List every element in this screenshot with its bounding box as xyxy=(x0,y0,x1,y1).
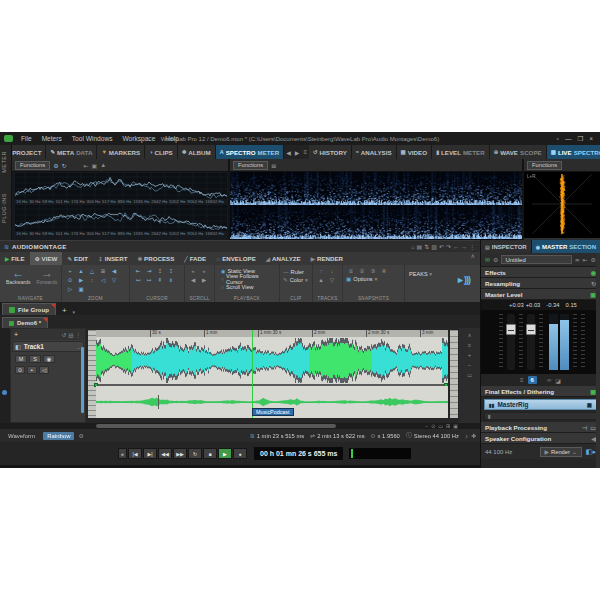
ribbon-tab-insert[interactable]: ↧INSERT xyxy=(93,252,132,265)
swap-icon[interactable]: ⇅ xyxy=(423,243,430,250)
file-group-tab[interactable]: File Group xyxy=(2,303,56,315)
maximize-icon[interactable]: ❐ xyxy=(574,135,586,143)
tab-spectrometer[interactable]: ASPECTROMETER xyxy=(216,145,285,159)
backwards-button[interactable]: ←Backwards xyxy=(6,268,30,285)
nav-forward-icon[interactable]: → xyxy=(460,244,468,250)
cursor-tool-icon[interactable]: ⇥ xyxy=(144,267,154,275)
meter-route-icon[interactable]: ≍ xyxy=(575,256,580,263)
track-menu-icon[interactable]: ⋮ xyxy=(75,332,83,338)
ruler-button[interactable]: —Ruler xyxy=(283,268,310,276)
cursor-tool-icon[interactable]: ⇤ xyxy=(133,267,143,275)
tab-levelmeter[interactable]: ▮LEVELMETER xyxy=(432,145,490,159)
collapse-ribbon-icon[interactable]: ∧ xyxy=(466,252,480,265)
cursor-tool-icon[interactable]: ↤ xyxy=(133,276,143,284)
audio-format-value[interactable]: Stereo 44 100 Hz xyxy=(414,433,459,439)
cursor-tool-icon[interactable]: ⇟ xyxy=(166,276,176,284)
tab-menu-icon[interactable]: ≡ xyxy=(301,145,309,159)
time-display[interactable]: 00 h 01 mn 26 s 655 ms xyxy=(254,447,343,460)
speaker-configuration-section-header[interactable]: Speaker Configuration◀ xyxy=(481,433,600,444)
minimize-icon[interactable]: — xyxy=(562,135,575,142)
snapshot-icon[interactable]: ③ xyxy=(368,267,378,275)
channel-list-icon[interactable]: ≡ xyxy=(520,377,524,383)
master-level-section-header[interactable]: Master Level▣ xyxy=(481,289,600,300)
play-button[interactable]: ▶ xyxy=(218,448,232,459)
layout-icon[interactable]: ▤ xyxy=(416,243,424,250)
add-tab-button[interactable]: + xyxy=(58,306,71,315)
mute-button[interactable]: M xyxy=(15,355,27,363)
waveform-lane-main[interactable] xyxy=(96,337,448,384)
track-tool-icon[interactable]: ↓ xyxy=(327,267,337,275)
fader-track-right[interactable] xyxy=(527,314,535,370)
zoom-tool-icon[interactable]: ▶ xyxy=(76,276,86,284)
tab-scroll-left-icon[interactable]: ◀ xyxy=(284,145,293,159)
final-effects-section-header[interactable]: Final Effects / Dithering▦ xyxy=(481,386,600,397)
menu-meters[interactable]: Meters xyxy=(40,135,64,142)
monitor-speaker-icon[interactable]: ►))) xyxy=(456,275,470,285)
track-undo-icon[interactable]: ↺ xyxy=(61,332,68,338)
track-record-button[interactable]: ⊙ xyxy=(15,366,25,374)
snapshot-icon[interactable]: ① xyxy=(346,267,356,275)
zoom-tool-icon[interactable]: ◁ xyxy=(98,276,108,284)
link-icon[interactable]: ∞ xyxy=(547,377,551,383)
timeline-ruler[interactable]: 30 s 1 min 1 min 30 s 2 min 2 min 30 s 3… xyxy=(96,330,448,337)
fader-handle-right[interactable] xyxy=(526,324,536,335)
ribbon-tab-edit[interactable]: ✎EDIT xyxy=(62,252,93,265)
zoom-tool-icon[interactable]: △ xyxy=(87,267,97,275)
rail-meter-label[interactable]: METER xyxy=(1,151,7,173)
selection-length-value[interactable]: 2 min 13 s 622 ms xyxy=(317,433,364,439)
monitor-eye-button[interactable]: ◉ xyxy=(43,355,55,363)
masterrig-plugin-slot[interactable]: ▮▮MasterRig▣ xyxy=(484,399,597,410)
zoom-tool-icon[interactable]: ▲ xyxy=(76,267,86,275)
playback-proc-icon1[interactable]: ⊣ xyxy=(582,424,587,431)
menu-tool-windows[interactable]: Tool Windows xyxy=(70,135,115,142)
peaks-dropdown[interactable]: PEAKS ▾ xyxy=(405,265,437,277)
plus-icon[interactable]: ✚ xyxy=(471,432,476,439)
zoom-out-icon[interactable]: − xyxy=(468,362,472,368)
options-dropdown[interactable]: ▣Options▾ xyxy=(343,275,404,283)
zoom-tool-icon[interactable]: ▷ xyxy=(65,285,75,293)
ribbon-tab-render[interactable]: ▶RENDER xyxy=(306,252,348,265)
more-icon[interactable]: ⋮ xyxy=(468,243,476,250)
track-speaker-button[interactable]: ◁ xyxy=(39,366,49,374)
scrollbar-thumb[interactable] xyxy=(96,424,336,428)
preset-saved-icon[interactable]: ✉ xyxy=(485,256,490,263)
montage-tab-demo6[interactable]: Demo6 * xyxy=(2,317,48,328)
tab-video[interactable]: ▦VIDEO xyxy=(397,145,432,159)
tab-metadata[interactable]: ✎METADATA xyxy=(46,145,97,159)
stop-button[interactable]: ■ xyxy=(203,448,217,459)
scroll-tool-icon[interactable]: » xyxy=(199,267,209,275)
forward-button[interactable]: ▶▶ xyxy=(173,448,187,459)
folder-icon[interactable]: ▣ xyxy=(92,162,98,169)
rewind-button[interactable]: ◀◀ xyxy=(158,448,172,459)
snap-left-icon[interactable]: ⇤ xyxy=(84,162,89,169)
ribbon-tab-file[interactable]: ▶FILE xyxy=(0,252,30,265)
zoom-tool-icon[interactable]: ↕ xyxy=(87,276,97,284)
render-button[interactable]: ▶Render⌄ xyxy=(540,447,582,457)
clear-icon[interactable]: ⊠ xyxy=(271,162,276,169)
clip-name-label[interactable]: MusicPodcast xyxy=(252,408,294,416)
track-tool-icon[interactable]: ▲ xyxy=(316,276,326,284)
lane-collapse-icon[interactable]: ∧ xyxy=(468,332,472,338)
tab-album[interactable]: ✱ALBUM xyxy=(178,145,216,159)
channel-count-badge[interactable]: 6 xyxy=(528,376,537,384)
playback-processing-section-header[interactable]: Playback Processing⊣▭ xyxy=(481,422,600,433)
cursor-tool-icon[interactable]: ↦ xyxy=(144,276,154,284)
track-vertical-scrollbar[interactable] xyxy=(81,347,84,413)
color-dropdown[interactable]: ✎Color▾ xyxy=(283,276,310,284)
lane-menu-icon[interactable]: ≡ xyxy=(468,342,471,348)
tab-inspector[interactable]: ▤INSPECTOR xyxy=(481,240,532,253)
redo-icon[interactable]: ↷ xyxy=(445,243,452,250)
functions-button[interactable]: Functions xyxy=(233,161,268,170)
close-icon[interactable]: × xyxy=(586,135,596,142)
fader-handle-left[interactable] xyxy=(506,324,516,335)
plugin-menu-icon[interactable]: ▣ xyxy=(587,402,592,408)
zoom-tool-icon[interactable]: ▽ xyxy=(109,276,119,284)
scroll-tool-icon[interactable]: « xyxy=(188,267,198,275)
empty-plugin-slot[interactable]: ▮ xyxy=(484,412,597,420)
peak-icon[interactable]: ▲ xyxy=(100,162,106,168)
playback-cursor[interactable] xyxy=(252,330,253,418)
rail-plugins-label[interactable]: PLUG-INS xyxy=(1,193,7,223)
zoom-tool-icon[interactable]: ⊙ xyxy=(65,276,75,284)
view-follows-cursor-radio[interactable]: ○View Follows Cursor xyxy=(221,275,275,283)
reset-icon[interactable]: ↻ xyxy=(62,162,67,169)
